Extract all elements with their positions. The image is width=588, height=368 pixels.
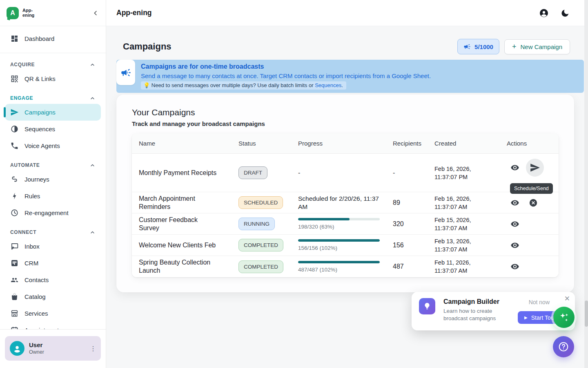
eye-icon <box>510 163 519 172</box>
table-body: Monthly Payment ReceiptsDRAFT--Feb 16, 2… <box>132 154 559 277</box>
chevron-left-icon <box>92 9 99 17</box>
sidebar-item-dashboard[interactable]: Dashboard <box>5 30 101 47</box>
sidebar-item-qr-links[interactable]: QR & Links <box>5 70 101 87</box>
sidebar-item-services[interactable]: Services <box>5 305 101 322</box>
sidebar-item-label: Dashboard <box>24 35 54 42</box>
page-header-actions: 5/1000 + New Campaign <box>457 39 570 54</box>
ai-assistant-fab[interactable] <box>553 307 575 328</box>
sidebar-item-journeys[interactable]: Journeys <box>5 171 101 188</box>
sidebar-header: A App- ening <box>0 0 106 26</box>
bolt-icon <box>10 192 19 200</box>
progress-cell: 198/320 (63%) <box>298 218 393 230</box>
campaigns-card: Your Campaigns Track and manage your bro… <box>116 94 574 292</box>
sidebar-item-voice-agents[interactable]: Voice Agents <box>5 137 101 154</box>
megaphone-icon <box>120 67 131 78</box>
sidebar-item-label: Voice Agents <box>24 142 60 149</box>
sidebar-item-label: Contacts <box>24 276 49 283</box>
not-now-button[interactable]: Not now <box>529 299 550 305</box>
created-time: 11:37:07 AM <box>434 203 507 211</box>
sidebar-section-connect[interactable]: CONNECT <box>5 227 101 238</box>
recipients-cell: 156 <box>393 242 434 249</box>
store-icon <box>10 309 19 318</box>
progress-bar <box>298 239 380 242</box>
view-campaign-button[interactable] <box>508 217 522 231</box>
account-button[interactable] <box>539 8 549 18</box>
help-icon <box>557 341 570 353</box>
section-label: ENGAGE <box>10 95 33 101</box>
popup-close-button[interactable]: ✕ <box>564 294 570 303</box>
sequences-link[interactable]: Sequences <box>315 82 341 88</box>
user-name: User <box>29 341 44 349</box>
status-badge: COMPLETED <box>238 260 283 273</box>
progress-label: 487/487 (102%) <box>298 267 381 273</box>
dark-mode-toggle[interactable] <box>560 8 570 18</box>
status-badge: SCHEDULED <box>238 196 283 209</box>
send-campaign-button[interactable] <box>526 159 544 177</box>
user-menu-button[interactable]: ⋮ <box>90 345 96 352</box>
sidebar: A App- ening DashboardACQUIREQR & LinksE… <box>0 0 106 368</box>
column-header: Recipients <box>393 140 434 147</box>
banner-tip-text: Need to send messages over multiple days… <box>150 82 315 88</box>
user-role: Owner <box>29 349 44 355</box>
column-header: Created <box>434 140 507 147</box>
lightbulb-tile <box>419 298 435 314</box>
scrollbar-thumb[interactable] <box>585 301 588 327</box>
progress-label: 156/156 (102%) <box>298 245 381 251</box>
status-cell: DRAFT <box>238 166 298 179</box>
created-date: Feb 15, 2026, <box>434 216 507 224</box>
table-row: Welcome New Clients FebCOMPLETED156/156 … <box>132 235 559 256</box>
progress-text: Scheduled for 2/20/26, 11:37 AM <box>298 195 381 211</box>
bag-icon <box>10 292 19 301</box>
chevron-up-icon <box>89 162 96 168</box>
sidebar-item-label: Journeys <box>24 176 49 183</box>
status-badge: COMPLETED <box>238 239 283 251</box>
view-campaign-button[interactable] <box>508 238 522 253</box>
app-logo-icon: A <box>7 7 19 19</box>
campaign-name: March Appointment Reminders <box>139 195 238 211</box>
schedule-send-tooltip: Schedule/Send <box>510 183 553 194</box>
table-row: March Appointment RemindersSCHEDULEDSche… <box>132 192 559 213</box>
sidebar-item-appointments[interactable]: Appointments <box>5 322 101 329</box>
sidebar-item-sequences[interactable]: Sequences <box>5 121 101 137</box>
created-time: 11:37:07 AM <box>434 267 507 275</box>
sidebar-item-inbox[interactable]: Inbox <box>5 238 101 255</box>
status-cell: COMPLETED <box>238 260 298 273</box>
cancel-campaign-button[interactable] <box>526 195 541 210</box>
plus-icon: + <box>512 43 517 50</box>
campaigns-card-subtitle: Track and manage your broadcast campaign… <box>132 120 559 127</box>
column-header: Progress <box>298 140 393 147</box>
campaign-quota-badge[interactable]: 5/1000 <box>457 39 499 54</box>
sidebar-item-crm[interactable]: CRM <box>5 255 101 272</box>
sidebar-item-catalog[interactable]: Catalog <box>5 288 101 305</box>
sidebar-collapse-button[interactable] <box>92 9 99 17</box>
created-time: 11:37:07 AM <box>434 224 507 232</box>
help-fab[interactable] <box>553 336 574 357</box>
sidebar-section-acquire[interactable]: ACQUIRE <box>5 59 101 70</box>
progress-bar-fill <box>298 218 350 220</box>
sidebar-section-engage[interactable]: ENGAGE <box>5 92 101 104</box>
sidebar-item-rules[interactable]: Rules <box>5 188 101 204</box>
eye-icon <box>510 198 519 207</box>
page-header: Campaigns 5/1000 + New Campaign <box>123 39 570 54</box>
lightbulb-icon <box>423 302 432 311</box>
eye-icon <box>510 262 519 271</box>
sidebar-section-automate[interactable]: AUTOMATE <box>5 159 101 171</box>
close-icon: ✕ <box>564 295 570 303</box>
view-campaign-button[interactable] <box>508 259 522 274</box>
sidebar-item-label: Sequences <box>24 126 55 132</box>
progress-cell: - <box>298 169 393 177</box>
app-logo-line2: ening <box>22 13 34 18</box>
status-cell: SCHEDULED <box>238 196 298 209</box>
info-banner: Campaigns are for one-time broadcasts Se… <box>116 60 584 93</box>
new-campaign-button[interactable]: + New Campaign <box>504 39 570 54</box>
user-card[interactable]: User Owner ⋮ <box>5 336 101 361</box>
lightbulb-emoji: 💡 <box>143 82 150 88</box>
quota-value: 5/1000 <box>474 43 493 50</box>
sidebar-item-re-engagement[interactable]: Re-engagement <box>5 204 101 221</box>
sidebar-item-contacts[interactable]: Contacts <box>5 272 101 288</box>
view-campaign-button[interactable] <box>508 160 522 175</box>
sidebar-item-label: Campaigns <box>24 109 56 116</box>
view-campaign-button[interactable] <box>508 195 522 210</box>
scrollbar-track[interactable] <box>584 0 588 368</box>
sidebar-item-campaigns[interactable]: Campaigns <box>5 104 101 121</box>
